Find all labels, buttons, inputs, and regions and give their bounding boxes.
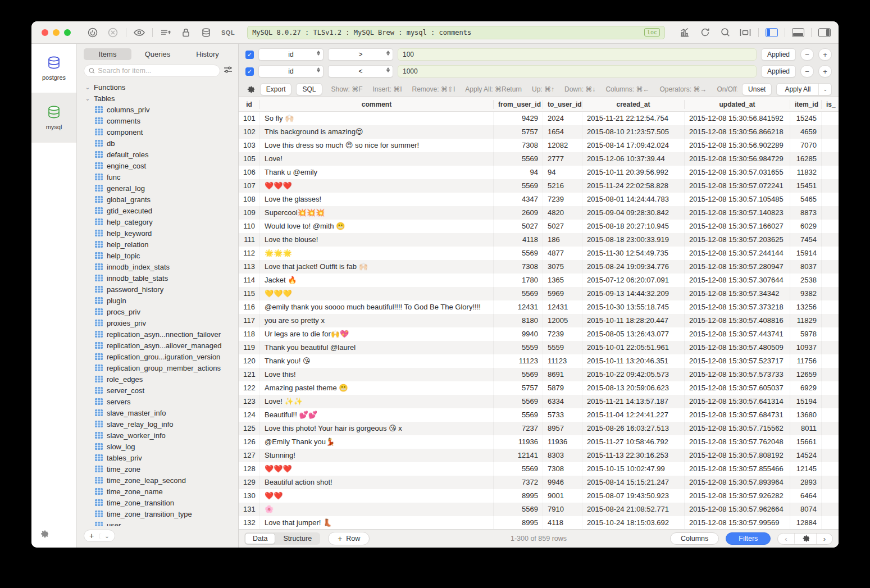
table-row[interactable]: 125 Love this photo! Your hair is gorgeo… bbox=[239, 422, 839, 435]
disconnect-icon[interactable] bbox=[104, 25, 121, 40]
sidebar-table-item[interactable]: replication_group_member_actions bbox=[77, 362, 238, 373]
chevron-down-icon[interactable]: ⌄ bbox=[818, 84, 831, 95]
chevron-right-icon[interactable]: › bbox=[816, 534, 832, 544]
add-filter-button[interactable]: + bbox=[818, 48, 832, 61]
sidebar-table-item[interactable]: time_zone bbox=[77, 463, 238, 475]
tab-structure[interactable]: Structure bbox=[275, 533, 320, 544]
column-header-created-at[interactable]: created_at bbox=[582, 100, 685, 109]
sidebar-table-item[interactable]: slave_worker_info bbox=[77, 430, 238, 441]
table-row[interactable]: 114 Jacket 🔥 1780 1365 2015-07-12 06:20:… bbox=[239, 274, 839, 287]
table-row[interactable]: 126 @Emily Thank you💃 11936 11936 2015-1… bbox=[239, 435, 839, 449]
filter-column-select[interactable]: id bbox=[258, 65, 324, 78]
remove-filter-button[interactable]: − bbox=[800, 48, 814, 61]
sidebar-table-item[interactable]: general_log bbox=[77, 183, 238, 194]
zoom-button[interactable] bbox=[64, 29, 71, 36]
filter-enabled-checkbox[interactable]: ✓ bbox=[245, 67, 254, 76]
filter-value-input[interactable] bbox=[398, 48, 757, 61]
filter-settings-gear-icon[interactable] bbox=[245, 85, 256, 94]
group-tables[interactable]: ⌄ Tables bbox=[77, 93, 238, 104]
settings-gear-icon[interactable] bbox=[39, 531, 48, 540]
sidebar-table-item[interactable]: server_cost bbox=[77, 385, 238, 396]
connection-toggle-icon[interactable] bbox=[84, 25, 101, 40]
filter-tune-icon[interactable] bbox=[224, 66, 233, 76]
table-row[interactable]: 109 Supercool💥💥💥 2609 4820 2015-09-04 09… bbox=[239, 206, 839, 220]
sidebar-table-item[interactable]: slave_master_info bbox=[77, 407, 238, 418]
chevron-down-icon[interactable]: ⌄ bbox=[99, 533, 114, 539]
connection-postgres[interactable]: postgres bbox=[31, 44, 76, 93]
tab-items[interactable]: Items bbox=[84, 48, 131, 60]
table-row[interactable]: 106 Thank u @emily 94 94 2015-10-11 20:3… bbox=[239, 166, 839, 179]
sql-editor-button[interactable]: SQL bbox=[218, 29, 238, 36]
sidebar-table-item[interactable]: time_zone_name bbox=[77, 486, 238, 497]
table-row[interactable]: 107 ❤️❤️❤️ 5569 5216 2015-11-24 22:02:58… bbox=[239, 179, 839, 193]
search-input[interactable] bbox=[98, 67, 215, 75]
sidebar-table-item[interactable]: tables_priv bbox=[77, 452, 238, 463]
table-settings-gear-icon[interactable] bbox=[794, 534, 816, 544]
sidebar-table-item[interactable]: slave_relay_log_info bbox=[77, 418, 238, 430]
table-row[interactable]: 132 Love that jumper! 👢 8995 4118 2015-1… bbox=[239, 516, 839, 529]
table-row[interactable]: 118 Ur legs are to die for🙌💖 9940 7239 2… bbox=[239, 327, 839, 341]
preview-eye-icon[interactable] bbox=[131, 25, 148, 40]
table-row[interactable]: 129 Beautiful action shot! 7372 9946 201… bbox=[239, 476, 839, 489]
table-row[interactable]: 115 💛💛💛 5569 5969 2015-09-13 14:44:32.20… bbox=[239, 287, 839, 300]
remove-filter-button[interactable]: − bbox=[800, 65, 814, 78]
add-row-button[interactable]: + Row bbox=[328, 532, 370, 545]
column-header-updated-at[interactable]: updated_at bbox=[685, 100, 790, 109]
table-row[interactable]: 122 Amazing pastel theme 😬 5757 5879 201… bbox=[239, 381, 839, 395]
table-row[interactable]: 103 Love this dress so much 😍 so nice fo… bbox=[239, 139, 839, 152]
sidebar-table-item[interactable]: time_zone_transition_type bbox=[77, 508, 238, 519]
sql-button[interactable]: SQL bbox=[296, 83, 322, 95]
sidebar-table-item[interactable]: help_keyword bbox=[77, 227, 238, 239]
minimize-button[interactable] bbox=[53, 29, 60, 36]
filter-enabled-checkbox[interactable]: ✓ bbox=[245, 51, 254, 59]
sidebar-table-item[interactable]: role_edges bbox=[77, 373, 238, 385]
table-row[interactable]: 128 ❤️❤️❤️ 5569 7308 2015-10-15 10:02:47… bbox=[239, 462, 839, 476]
columns-button[interactable]: Columns bbox=[670, 532, 719, 545]
table-row[interactable]: 117 you are so pretty x 8180 12005 2015-… bbox=[239, 314, 839, 327]
sidebar-table-item[interactable]: time_zone_leap_second bbox=[77, 475, 238, 486]
table-row[interactable]: 127 Stunning! 12141 8303 2015-11-13 22:3… bbox=[239, 449, 839, 462]
unset-button[interactable]: Unset bbox=[742, 83, 772, 95]
sidebar-table-item[interactable]: innodb_index_stats bbox=[77, 261, 238, 272]
table-row[interactable]: 111 Love the blouse! 4118 186 2015-08-18… bbox=[239, 233, 839, 247]
filter-applied-button[interactable]: Applied bbox=[761, 65, 796, 78]
table-row[interactable]: 130 ❤️❤️ 8995 9001 2015-08-07 19:43:50.9… bbox=[239, 489, 839, 503]
sidebar-table-item[interactable]: help_topic bbox=[77, 250, 238, 261]
table-row[interactable]: 116 @emily thank you soooo much beautifu… bbox=[239, 300, 839, 314]
sidebar-table-item[interactable]: slow_log bbox=[77, 441, 238, 452]
item-search-field[interactable] bbox=[84, 65, 220, 77]
table-row[interactable]: 105 Love! 5569 2777 2015-12-06 10:37:39.… bbox=[239, 152, 839, 166]
column-header-to-user-id[interactable]: to_user_id bbox=[543, 100, 582, 109]
table-row[interactable]: 120 Thank you! 😘 11123 11123 2015-10-11 … bbox=[239, 354, 839, 368]
sidebar-table-item[interactable]: replication_grou...iguration_version bbox=[77, 351, 238, 362]
refresh-icon[interactable] bbox=[696, 25, 713, 40]
table-row[interactable]: 124 Beautiful!! 💕💕 5569 5733 2015-11-04 … bbox=[239, 408, 839, 422]
sidebar-table-item[interactable]: password_history bbox=[77, 284, 238, 295]
lock-icon[interactable] bbox=[177, 25, 194, 40]
sidebar-table-item[interactable]: time_zone_transition bbox=[77, 497, 238, 508]
group-functions[interactable]: ⌄ Functions bbox=[77, 81, 238, 93]
add-filter-button[interactable]: + bbox=[818, 65, 832, 78]
filter-operator-select[interactable]: < bbox=[328, 65, 393, 78]
sidebar-table-item[interactable]: gtid_executed bbox=[77, 205, 238, 216]
sidebar-table-item[interactable]: replication_asyn...ailover_managed bbox=[77, 340, 238, 351]
table-row[interactable]: 131 🌸 5569 7910 2015-08-24 21:08:52.771 … bbox=[239, 503, 839, 516]
fit-columns-icon[interactable] bbox=[737, 25, 754, 40]
chevron-left-icon[interactable]: ‹ bbox=[778, 534, 794, 544]
apply-all-button[interactable]: Apply All ⌄ bbox=[776, 83, 832, 95]
tab-history[interactable]: History bbox=[184, 48, 231, 60]
sidebar-table-item[interactable]: columns_priv bbox=[77, 104, 238, 115]
sidebar-table-item[interactable]: replication_asyn...nnection_failover bbox=[77, 329, 238, 340]
table-row[interactable]: 123 Love! ✨✨ 5569 6334 2015-11-21 14:13:… bbox=[239, 395, 839, 408]
sidebar-table-item[interactable]: func bbox=[77, 171, 238, 183]
sidebar-table-item[interactable]: help_relation bbox=[77, 239, 238, 250]
sidebar-table-item[interactable]: engine_cost bbox=[77, 160, 238, 171]
table-row[interactable]: 121 Love this! 5569 8691 2015-10-22 09:4… bbox=[239, 368, 839, 381]
table-row[interactable]: 101 So fly 🙌🏻 9429 2024 2015-11-21 22:12… bbox=[239, 112, 839, 125]
sidebar-table-item[interactable]: global_grants bbox=[77, 194, 238, 205]
filters-button[interactable]: Filters bbox=[726, 532, 771, 545]
table-row[interactable]: 119 Thank you beautiful @laurel 5559 555… bbox=[239, 341, 839, 354]
column-header-comment[interactable]: comment bbox=[260, 100, 494, 109]
chart-icon[interactable] bbox=[676, 25, 693, 40]
filter-column-select[interactable]: id bbox=[258, 48, 324, 61]
